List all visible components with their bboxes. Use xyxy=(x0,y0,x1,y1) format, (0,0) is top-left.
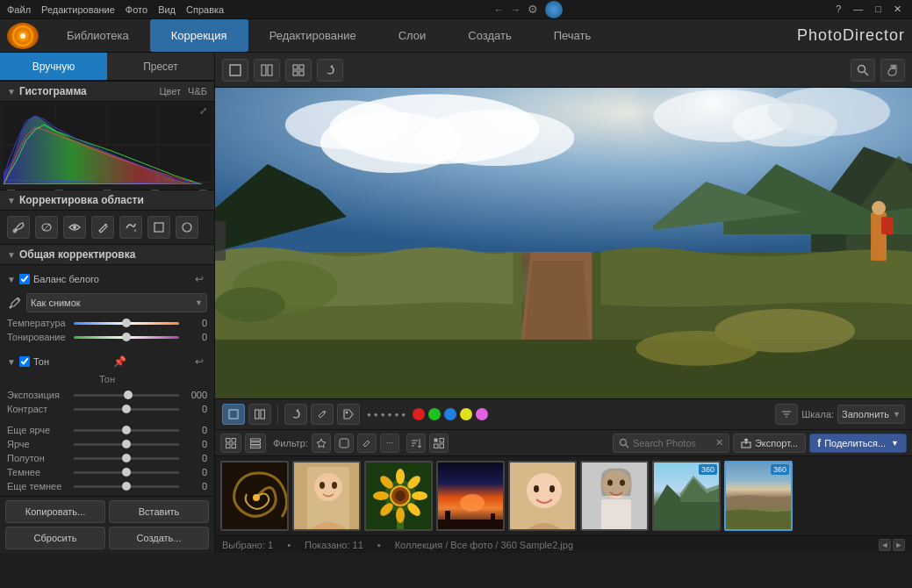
search-input[interactable] xyxy=(633,438,712,448)
filmstrip[interactable]: 360 xyxy=(215,456,912,535)
white-balance-reset[interactable]: ↩ xyxy=(191,271,207,287)
exposure-slider[interactable] xyxy=(74,394,179,397)
histogram-expand-btn[interactable]: ⤢ xyxy=(199,105,207,117)
brush-tool-btn[interactable] xyxy=(7,216,30,239)
img-sort-btn[interactable] xyxy=(775,404,798,425)
view-grid-btn[interactable] xyxy=(285,59,312,82)
image-viewport[interactable] xyxy=(215,88,912,398)
contrast-thumb[interactable] xyxy=(122,405,131,413)
tone-pin-icon[interactable]: 📌 xyxy=(113,355,126,368)
thumbnail-7[interactable]: 360 xyxy=(652,461,721,531)
view-single-btn[interactable] xyxy=(222,59,248,82)
filter-edit-btn[interactable] xyxy=(357,434,377,453)
menu-edit[interactable]: Редактирование xyxy=(41,4,115,15)
fs-grid-view-btn[interactable] xyxy=(220,434,241,453)
fs-list-view-btn[interactable] xyxy=(245,434,266,453)
img-view-dual-btn[interactable] xyxy=(248,404,271,425)
view-compare-btn[interactable] xyxy=(254,59,280,82)
filter-star-btn[interactable] xyxy=(312,434,331,453)
menu-photo[interactable]: Фото xyxy=(126,4,147,15)
tab-correction[interactable]: Коррекция xyxy=(150,19,248,52)
share-btn[interactable]: f Поделиться... ▼ xyxy=(809,434,907,453)
bright-slider[interactable] xyxy=(74,443,179,446)
filter-more-btn[interactable]: ··· xyxy=(380,434,399,453)
tab-preset[interactable]: Пресет xyxy=(107,53,214,80)
toning-slider[interactable] xyxy=(74,336,179,339)
rect-tool-btn[interactable] xyxy=(147,216,170,239)
thumbnail-6[interactable] xyxy=(580,461,649,531)
blue-flag[interactable] xyxy=(444,408,456,420)
brighter-thumb[interactable] xyxy=(122,426,131,434)
contrast-slider[interactable] xyxy=(74,408,179,411)
red-flag[interactable] xyxy=(413,408,425,420)
white-balance-checkbox[interactable] xyxy=(19,274,30,284)
midtone-slider[interactable] xyxy=(74,457,179,460)
zoom-btn[interactable] xyxy=(851,59,875,82)
purple-flag[interactable] xyxy=(476,408,488,420)
hand-btn[interactable] xyxy=(880,59,905,82)
brighter-slider[interactable] xyxy=(74,429,179,432)
histogram-section-header[interactable]: ▼ Гистограмма Цвет Ч&Б xyxy=(0,81,214,102)
menu-help[interactable]: Справка xyxy=(186,4,224,15)
close-btn[interactable]: ✕ xyxy=(890,4,905,15)
tab-create[interactable]: Создать xyxy=(447,19,532,52)
tab-library[interactable]: Библиотека xyxy=(46,19,150,52)
histogram-bw-mode[interactable]: Ч&Б xyxy=(188,86,207,97)
maximize-btn[interactable]: □ xyxy=(872,4,885,15)
rotate-btn[interactable] xyxy=(317,59,343,82)
bright-thumb[interactable] xyxy=(122,440,131,448)
thumbnail-4[interactable] xyxy=(436,461,505,531)
stroke-tool-btn[interactable] xyxy=(119,216,142,239)
thumbnail-3[interactable] xyxy=(364,461,433,531)
copy-btn[interactable]: Копировать... xyxy=(5,500,105,523)
tab-editing[interactable]: Редактирование xyxy=(248,19,377,52)
fs-view-toggle-btn[interactable] xyxy=(429,434,449,453)
exposure-thumb[interactable] xyxy=(124,391,133,399)
darker-thumb[interactable] xyxy=(122,468,131,477)
toning-thumb[interactable] xyxy=(122,333,131,341)
filmstrip-nav[interactable]: ◄ ► xyxy=(879,539,905,551)
help-btn[interactable]: ? xyxy=(832,4,844,15)
reset-btn[interactable]: Сбросить xyxy=(5,527,105,549)
img-view-single-btn[interactable] xyxy=(222,404,245,425)
yellow-flag[interactable] xyxy=(460,408,472,420)
midtone-thumb[interactable] xyxy=(122,454,131,463)
darkest-slider[interactable] xyxy=(74,485,179,488)
img-rotate-btn[interactable] xyxy=(284,404,307,425)
create-btn[interactable]: Создать... xyxy=(109,527,209,549)
filter-color-btn[interactable] xyxy=(334,434,354,453)
tab-manual[interactable]: Вручную xyxy=(0,53,107,80)
radial-tool-btn[interactable] xyxy=(35,216,58,239)
filmstrip-prev-btn[interactable]: ◄ xyxy=(879,539,891,551)
temperature-thumb[interactable] xyxy=(122,319,131,327)
paste-btn[interactable]: Вставить xyxy=(109,500,209,523)
eye-tool-btn[interactable] xyxy=(63,216,86,239)
general-correction-header[interactable]: ▼ Общая корректировка xyxy=(0,244,214,265)
search-clear-btn[interactable]: ✕ xyxy=(715,437,723,448)
thumbnail-8[interactable]: 360 xyxy=(724,461,793,531)
darkest-thumb[interactable] xyxy=(122,482,131,491)
tone-checkbox[interactable] xyxy=(19,356,30,367)
thumbnail-5[interactable] xyxy=(508,461,577,531)
white-balance-dropdown[interactable]: Как снимок ▼ xyxy=(26,293,207,312)
pen-tool-btn[interactable] xyxy=(91,216,114,239)
window-controls[interactable]: ? — □ ✕ xyxy=(832,4,905,15)
thumbnail-2[interactable] xyxy=(292,461,361,531)
tab-layers[interactable]: Слои xyxy=(377,19,448,52)
menu-view[interactable]: Вид xyxy=(158,4,176,15)
img-edit-btn[interactable] xyxy=(311,404,334,425)
green-flag[interactable] xyxy=(428,408,441,420)
temperature-slider[interactable] xyxy=(74,322,179,325)
tone-reset[interactable]: ↩ xyxy=(191,354,207,369)
tab-print[interactable]: Печать xyxy=(533,19,613,52)
menu-bar[interactable]: Файл Редактирование Фото Вид Справка xyxy=(7,4,224,15)
histogram-color-mode[interactable]: Цвет xyxy=(159,86,181,97)
img-tag-btn[interactable] xyxy=(337,404,360,425)
export-btn[interactable]: Экспорт... xyxy=(733,434,806,453)
menu-file[interactable]: Файл xyxy=(7,4,31,15)
thumbnail-1[interactable] xyxy=(220,461,289,531)
search-box[interactable]: ✕ xyxy=(613,434,729,453)
circle-tool-btn[interactable] xyxy=(176,216,198,239)
filmstrip-next-btn[interactable]: ► xyxy=(893,539,905,551)
minimize-btn[interactable]: — xyxy=(850,4,866,15)
